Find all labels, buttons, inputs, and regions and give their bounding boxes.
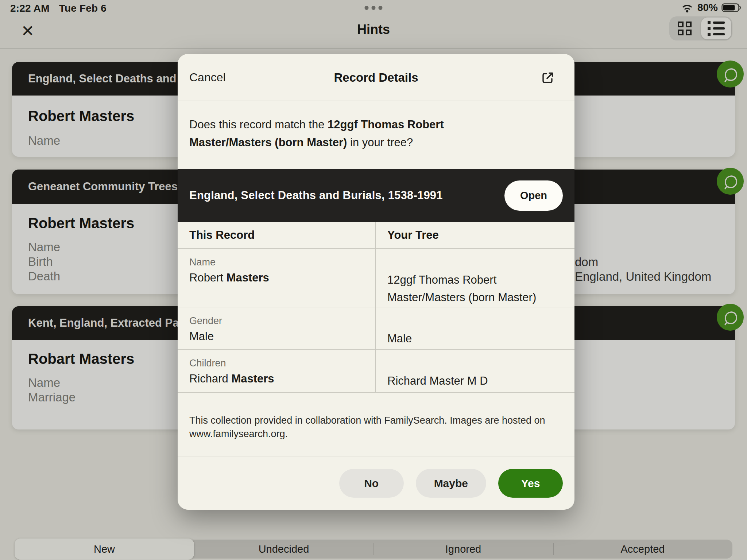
hints-screen: 2:22 AM Tue Feb 6 80% ✕ Hints bbox=[0, 0, 747, 560]
record-value: Richard bbox=[189, 372, 231, 385]
tree-value: 12ggf Thomas Robert Master/Masters (born… bbox=[376, 249, 574, 307]
collection-footnote: This collection provided in collaboratio… bbox=[178, 393, 574, 441]
record-details-modal: Cancel Record Details Does this record m… bbox=[178, 54, 574, 510]
yes-button[interactable]: Yes bbox=[498, 469, 563, 498]
match-actions: No Maybe Yes bbox=[178, 456, 574, 510]
column-header-this-record: This Record bbox=[178, 222, 376, 248]
record-value-surname: Masters bbox=[227, 271, 269, 284]
table-row-gender: Gender Male Male bbox=[178, 307, 574, 350]
table-row-children: Children Richard Masters Richard Master … bbox=[178, 350, 574, 393]
record-value-surname: Masters bbox=[231, 372, 274, 385]
tree-value: Richard Master M D bbox=[376, 350, 574, 392]
question-prefix: Does this record match the bbox=[189, 118, 328, 131]
column-header-your-tree: Your Tree bbox=[376, 222, 574, 248]
match-question: Does this record match the 12ggf Thomas … bbox=[178, 101, 574, 169]
row-label: Gender bbox=[189, 307, 367, 327]
tree-value: Male bbox=[376, 307, 574, 349]
modal-title: Record Details bbox=[178, 54, 574, 101]
record-value: Male bbox=[189, 330, 214, 343]
collection-banner: England, Select Deaths and Burials, 1538… bbox=[178, 169, 574, 222]
record-value: Robert bbox=[189, 271, 227, 284]
open-button[interactable]: Open bbox=[504, 180, 563, 211]
external-link-icon[interactable] bbox=[541, 71, 555, 85]
no-button[interactable]: No bbox=[339, 469, 404, 498]
comparison-table: This Record Your Tree Name Robert Master… bbox=[178, 222, 574, 393]
modal-header: Cancel Record Details bbox=[178, 54, 574, 101]
row-label: Children bbox=[189, 350, 367, 369]
table-row-name: Name Robert Masters 12ggf Thomas Robert … bbox=[178, 249, 574, 307]
row-label: Name bbox=[189, 249, 367, 268]
question-suffix: in your tree? bbox=[347, 136, 413, 149]
collection-title: England, Select Deaths and Burials, 1538… bbox=[189, 189, 504, 202]
maybe-button[interactable]: Maybe bbox=[416, 469, 486, 498]
